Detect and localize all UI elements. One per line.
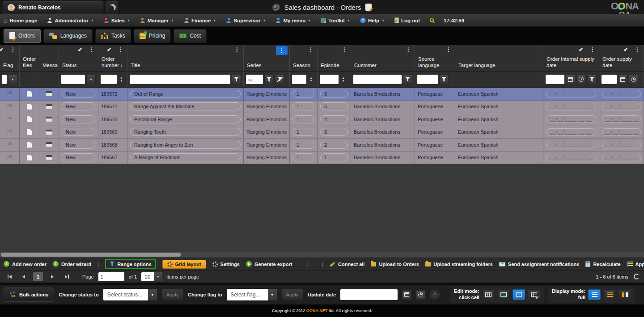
internal-date-cell[interactable]: __/__/____ __:__	[546, 115, 596, 123]
update-date-calendar-button[interactable]	[402, 290, 411, 300]
status-filter-dropdown-button[interactable]: ▼	[86, 75, 96, 84]
order-files-icon[interactable]	[27, 142, 32, 148]
series-cell[interactable]: Ranging Emotions	[246, 104, 287, 109]
order-number-cell[interactable]: 189567	[101, 155, 118, 160]
page-size-select[interactable]: 20 ▼	[141, 272, 162, 281]
internal-date-cell[interactable]: __/__/____ __:__	[546, 103, 596, 110]
customer-filter-input[interactable]	[353, 75, 402, 84]
column-header-customer[interactable]: Customer ⋮	[351, 45, 415, 71]
column-header-order-number[interactable]: Order number ↓ ✔⋮	[98, 45, 127, 71]
column-header-season[interactable]: Season ⋮	[290, 45, 318, 71]
episode-cell[interactable]: 3	[320, 128, 348, 136]
tab-languages[interactable]: Languages	[43, 29, 93, 43]
customer-cell[interactable]: Barcelos Broductions	[354, 155, 400, 160]
customer-cell[interactable]: Barcelos Broductions	[354, 91, 400, 97]
column-menu-icon[interactable]: ⋮	[8, 46, 17, 53]
menu-finance[interactable]: Finance ▼	[184, 18, 216, 23]
menu-supervisor[interactable]: Supervisor ▼	[226, 18, 266, 23]
status-filter-box[interactable]	[61, 75, 85, 84]
internal-date-cell[interactable]: __/__/____ __:__	[546, 141, 596, 148]
select-flag-dropdown[interactable]: Select flag... ▼	[227, 289, 277, 300]
upload-streaming-folders-button[interactable]: Upload streaming folders	[425, 262, 493, 267]
column-menu-icon[interactable]: ⋮	[633, 46, 642, 53]
column-header-order-files[interactable]: Order files	[20, 45, 39, 71]
column-header-source-language[interactable]: Source language ⋮	[415, 45, 455, 71]
bulk-actions-button[interactable]: Bulk actions	[4, 287, 54, 302]
display-mode-full-button[interactable]	[588, 289, 601, 300]
generate-export-button[interactable]: Generate export	[246, 261, 292, 267]
flag-icon[interactable]	[8, 155, 12, 160]
season-cell[interactable]: 1	[292, 128, 314, 136]
table-row[interactable]: New 189570 Emotional Range Ranging Emoti…	[0, 113, 644, 126]
order-number-cell[interactable]: 189568	[101, 142, 118, 148]
column-select-icon[interactable]: ✔	[107, 47, 111, 53]
episode-spinner[interactable]: ▲▼	[340, 77, 347, 82]
column-menu-icon[interactable]: ⋮	[444, 46, 453, 53]
menu-home-page[interactable]: ⌂ Home page	[4, 18, 37, 23]
upload-to-orders-button[interactable]: Upload to Orders	[371, 262, 419, 267]
internal-date-cell[interactable]: __/__/____ __:__	[546, 128, 596, 136]
menu-toolkit[interactable]: Toolkit ▼	[321, 18, 350, 23]
table-row[interactable]: New 189571 Range Against the Machine Ran…	[0, 101, 644, 114]
column-header-title[interactable]: Title ⋮	[127, 45, 244, 71]
column-header-supply-date[interactable]: Order supply date ✔⋮	[599, 45, 644, 71]
target-language-cell[interactable]: European Spanish	[458, 104, 499, 109]
column-menu-icon-active[interactable]: ⋮	[276, 46, 288, 55]
edit-mode-check-button[interactable]	[528, 289, 540, 300]
order-number-cell[interactable]: 189572	[101, 91, 118, 97]
refresh-icon[interactable]	[634, 274, 640, 279]
status-cell[interactable]: New	[62, 153, 95, 161]
edit-mode-cell-button[interactable]	[513, 289, 525, 300]
supply-date-cell[interactable]: __/__/____ __:__	[602, 154, 641, 161]
order-files-icon[interactable]	[27, 129, 32, 135]
source-language-cell[interactable]: Portuguese	[418, 155, 443, 160]
next-page-button[interactable]	[47, 272, 57, 281]
order-number-cell[interactable]: 189570	[101, 117, 118, 122]
source-language-filter-input[interactable]	[417, 75, 438, 84]
table-row[interactable]: New 189569 Ranging Teeth Ranging Emotion…	[0, 126, 644, 139]
order-number-cell[interactable]: 189569	[101, 129, 118, 135]
internal-date-time-button[interactable]	[576, 75, 586, 84]
title-cell[interactable]: Out of Range	[130, 90, 241, 98]
customer-cell[interactable]: Barcelos Broductions	[354, 104, 400, 109]
supply-date-filter-input[interactable]	[602, 75, 617, 84]
flag-icon[interactable]	[8, 117, 12, 122]
supply-date-cell[interactable]: __/__/____ __:__	[602, 141, 641, 148]
supply-date-cell[interactable]: __/__/____ __:__	[602, 90, 641, 97]
customer-filter-button[interactable]	[403, 75, 412, 84]
select-status-dropdown[interactable]: Select status... ▼	[103, 289, 157, 300]
title-cell[interactable]: Ranging Teeth	[130, 128, 241, 136]
column-header-messages[interactable]: Messa	[39, 45, 59, 71]
display-mode-compact-button[interactable]	[603, 289, 616, 300]
status-cell[interactable]: New	[62, 141, 95, 149]
order-number-cell[interactable]: 189571	[101, 104, 118, 109]
internal-date-filter-button[interactable]	[587, 75, 597, 84]
column-select-icon[interactable]: ✔	[0, 47, 3, 53]
internal-date-cell[interactable]: __/__/____ __:__	[546, 90, 596, 97]
order-files-icon[interactable]	[27, 104, 32, 110]
order-wizard-button[interactable]: Order wizard	[53, 261, 91, 267]
flag-filter-box[interactable]	[2, 75, 7, 84]
order-files-icon[interactable]	[27, 116, 32, 122]
menu-sales[interactable]: Sales ▼	[104, 18, 130, 23]
messages-icon[interactable]	[46, 117, 52, 122]
episode-cell[interactable]: 6	[320, 90, 348, 98]
series-filter-button[interactable]	[264, 75, 274, 84]
add-new-order-button[interactable]: Add new order	[4, 261, 47, 267]
tab-orders[interactable]: Orders	[4, 29, 41, 43]
flag-filter-dropdown-button[interactable]: ▼	[8, 75, 17, 84]
episode-cell[interactable]: 2	[320, 141, 348, 149]
menu-manager[interactable]: Manager ▼	[140, 18, 174, 23]
source-language-cell[interactable]: Portuguese	[418, 129, 443, 135]
series-filter-input[interactable]	[246, 75, 263, 84]
apply-flag-button[interactable]: Apply	[281, 289, 304, 300]
update-date-apply-button[interactable]	[430, 290, 440, 300]
table-row[interactable]: New 189567 A Range of Emotions Ranging E…	[0, 152, 644, 165]
column-menu-icon[interactable]: ⋮	[306, 46, 315, 53]
column-header-flag[interactable]: Flag ✔⋮	[0, 45, 20, 71]
table-row[interactable]: New 189572 Out of Range Ranging Emotions…	[0, 88, 644, 101]
customer-cell[interactable]: Barcelos Broductions	[354, 129, 400, 135]
messages-icon[interactable]	[46, 155, 52, 160]
page-number-input[interactable]	[98, 272, 124, 281]
column-header-episode[interactable]: Episode ⋮	[318, 45, 351, 71]
